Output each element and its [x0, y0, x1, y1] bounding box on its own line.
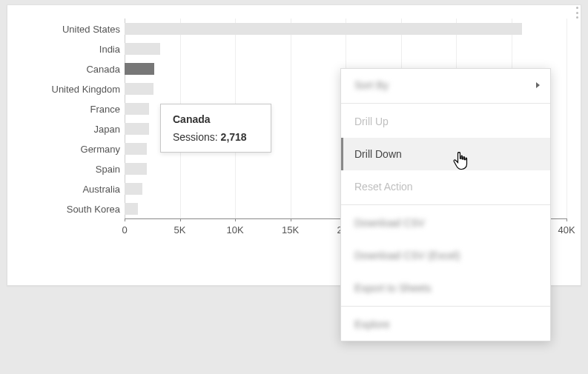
context-menu: Sort By Drill Up Drill Down Reset Action…: [340, 68, 551, 341]
y-axis-category-label: Australia: [82, 184, 120, 193]
chart-bar[interactable]: [125, 123, 149, 135]
x-axis-tick-label: 10K: [226, 224, 243, 236]
menu-separator: [341, 204, 550, 205]
x-axis-tick-label: 5K: [174, 224, 186, 236]
menu-separator: [341, 306, 550, 307]
chart-bar[interactable]: [125, 43, 160, 55]
menu-sort-by[interactable]: Sort By: [341, 69, 550, 101]
x-tick: [235, 218, 236, 221]
tooltip-title: Canada: [173, 113, 259, 125]
menu-drill-up: Drill Up: [341, 105, 550, 138]
x-axis-tick-label: 0: [122, 224, 127, 236]
menu-drill-down[interactable]: Drill Down: [341, 138, 550, 170]
x-tick: [566, 218, 567, 221]
y-axis-category-label: United Kingdom: [52, 84, 121, 93]
gridline: [566, 19, 567, 221]
menu-download-csv-excel[interactable]: Download CSV (Excel): [341, 239, 550, 272]
tooltip-metric-label: Sessions:: [173, 131, 218, 143]
x-axis-tick-label: 15K: [282, 224, 299, 236]
y-axis-category-label: Canada: [86, 64, 120, 73]
menu-explore[interactable]: Explore: [341, 308, 550, 341]
menu-export-to-sheets[interactable]: Export to Sheets: [341, 272, 550, 304]
tooltip-metric: Sessions: 2,718: [173, 131, 259, 143]
menu-reset-action: Reset Action: [341, 170, 550, 203]
y-axis-labels: United StatesIndiaCanadaUnited KingdomFr…: [25, 19, 120, 218]
menu-download-csv[interactable]: Download CSV: [341, 207, 550, 239]
chart-bar[interactable]: [125, 83, 153, 95]
chart-bar[interactable]: [125, 23, 522, 35]
y-axis-category-label: United States: [62, 24, 120, 33]
chart-bar[interactable]: [125, 103, 149, 115]
chart-bar[interactable]: [125, 163, 147, 175]
chart-bar[interactable]: [125, 183, 142, 195]
x-tick: [291, 218, 291, 221]
chart-bar[interactable]: [125, 143, 147, 155]
gridline: [291, 19, 291, 221]
x-axis-tick-label: 40K: [558, 224, 575, 236]
y-axis-category-label: Spain: [96, 164, 120, 173]
tooltip-metric-value: 2,718: [221, 131, 247, 143]
x-tick: [125, 218, 125, 221]
x-tick: [180, 218, 181, 221]
y-axis-category-label: Japan: [94, 124, 120, 133]
y-axis-category-label: France: [90, 104, 120, 113]
chart-bar[interactable]: [125, 63, 154, 75]
menu-separator: [341, 103, 550, 104]
y-axis-category-label: South Korea: [67, 204, 120, 213]
y-axis-category-label: Germany: [81, 144, 120, 153]
chevron-right-icon: [536, 82, 540, 88]
kebab-menu-icon[interactable]: [573, 7, 581, 19]
chart-bar[interactable]: [125, 203, 138, 215]
y-axis-category-label: India: [99, 44, 120, 53]
chart-tooltip: Canada Sessions: 2,718: [160, 104, 271, 153]
